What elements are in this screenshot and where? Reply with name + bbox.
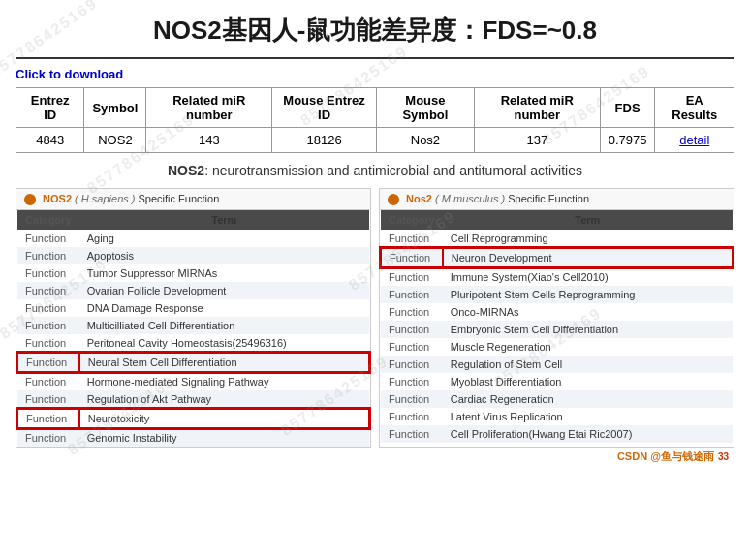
panel-left-species: ( H.sapiens ) (75, 193, 138, 204)
row-category: Function (381, 356, 443, 373)
row-category: Function (381, 321, 443, 338)
row-term: Peritoneal Cavity Homeostasis(25496316) (79, 334, 369, 353)
row-term: Hormone-mediated Signaling Pathway (79, 372, 369, 390)
list-item: Function Latent Virus Replication (381, 408, 733, 425)
list-item: Function DNA Damage Response (17, 299, 369, 317)
footer-source: CSDN @鱼与钱途雨 (617, 450, 714, 464)
row-category: Function (17, 299, 79, 317)
row-term: Aging (79, 230, 369, 247)
panel-left-col-term: Term (79, 210, 369, 230)
footer: CSDN @鱼与钱途雨 33 (16, 448, 734, 466)
row-category: Function (381, 267, 443, 286)
row-category: Function (17, 334, 79, 353)
cell-mir-number: 143 (146, 128, 272, 153)
row-term: Cardiac Regeneration (443, 390, 733, 408)
list-item: Function Apoptosis (17, 247, 369, 264)
row-term: Latent Virus Replication (443, 408, 733, 425)
row-term: Embryonic Stem Cell Differentiation (443, 321, 733, 338)
panel-left-subtitle: Specific Function (139, 193, 220, 204)
list-item: Function Embryonic Stem Cell Differentia… (381, 321, 733, 338)
list-item: Function Multicilliated Cell Differentia… (17, 317, 369, 334)
row-term: Ovarian Follicle Development (79, 282, 369, 299)
row-category: Function (17, 428, 79, 447)
panel-right-header: Nos2 ( M.musculus ) Specific Function (380, 189, 734, 210)
col-header-fds: FDS (600, 88, 655, 128)
list-item: Function Cell Proliferation(Hwang Etai R… (381, 425, 733, 443)
panels-container: NOS2 ( H.sapiens ) Specific Function Cat… (16, 188, 734, 448)
row-term: Multicilliated Cell Differentiation (79, 317, 369, 334)
panel-right-species: ( M.musculus ) (435, 193, 508, 204)
row-term: Regulation of Akt Pathway (79, 390, 369, 409)
row-category: Function (381, 425, 443, 443)
row-term: Muscle Regeneration (443, 338, 733, 356)
row-term: DNA Damage Response (79, 299, 369, 317)
table-row: 4843 NOS2 143 18126 Nos2 137 0.7975 deta… (16, 128, 734, 153)
row-term: Cell Proliferation(Hwang Etai Ric2007) (443, 425, 733, 443)
row-term: Apoptosis (79, 247, 369, 264)
list-item: Function Onco-MIRNAs (381, 303, 733, 321)
page-title: NOS2基因人-鼠功能差异度：FDS=~0.8 (16, 8, 734, 59)
panel-left-table: Category Term Function Aging Function Ap… (16, 210, 370, 447)
cell-mouse-mir-number: 137 (474, 128, 600, 153)
row-term: Regulation of Stem Cell (443, 356, 733, 373)
row-category: Function (17, 282, 79, 299)
panel-left-icon (24, 194, 36, 205)
row-term: Neural Stem Cell Differentiation (79, 353, 369, 372)
panel-right-subtitle: Specific Function (508, 193, 589, 204)
row-term: Tumor Suppressor MIRNAs (79, 264, 369, 282)
row-category: Function (381, 230, 443, 248)
list-item: Function Cardiac Regeneration (381, 390, 733, 408)
col-header-entrez: Entrez ID (16, 88, 84, 128)
row-term: Myoblast Differentiation (443, 373, 733, 390)
row-term: Genomic Instability (79, 428, 369, 447)
gene-name: NOS2 (168, 163, 204, 178)
panel-right: Nos2 ( M.musculus ) Specific Function Ca… (379, 188, 734, 448)
row-category: Function (381, 338, 443, 356)
list-item: Function Tumor Suppressor MIRNAs (17, 264, 369, 282)
row-category: Function (17, 372, 79, 390)
panel-left-gene: NOS2 (43, 193, 72, 204)
list-item: Function Immune System(Xiao's Cell2010) (381, 267, 733, 286)
row-category: Function (381, 248, 443, 267)
row-term: Neurotoxicity (79, 409, 369, 428)
panel-right-icon (388, 194, 399, 205)
row-category: Function (17, 390, 79, 409)
cell-entrez-id: 4843 (16, 128, 84, 153)
row-category: Function (17, 230, 79, 247)
col-header-mir: Related miR number (146, 88, 272, 128)
panel-left-header: NOS2 ( H.sapiens ) Specific Function (16, 189, 370, 210)
list-item: Function Regulation of Stem Cell (381, 356, 733, 373)
row-term: Neuron Development (443, 248, 733, 267)
row-term: Onco-MIRNAs (443, 303, 733, 321)
panel-right-col-term: Term (443, 210, 733, 230)
list-item: Function Pluripotent Stem Cells Reprogra… (381, 286, 733, 303)
list-item: Function Hormone-mediated Signaling Path… (17, 372, 369, 390)
panel-right-gene: Nos2 (406, 193, 432, 204)
row-category: Function (17, 247, 79, 264)
list-item: Function Muscle Regeneration (381, 338, 733, 356)
cell-fds: 0.7975 (600, 128, 655, 153)
list-item: Function Ovarian Follicle Development (17, 282, 369, 299)
row-category: Function (381, 373, 443, 390)
row-category: Function (17, 409, 79, 428)
col-header-mouse-symbol: Mouse Symbol (376, 88, 474, 128)
row-category: Function (17, 264, 79, 282)
data-table: Entrez ID Symbol Related miR number Mous… (16, 87, 734, 153)
list-item: Function Aging (17, 230, 369, 247)
gene-description: NOS2: neurotransmission and antimicrobia… (16, 163, 734, 178)
panel-left-col-cat: Category (17, 210, 79, 230)
panel-right-table: Category Term Function Cell Reprogrammin… (380, 210, 734, 443)
row-category: Function (381, 303, 443, 321)
row-term: Immune System(Xiao's Cell2010) (443, 267, 733, 286)
download-link[interactable]: Click to download (16, 67, 123, 81)
panel-left: NOS2 ( H.sapiens ) Specific Function Cat… (16, 188, 371, 448)
row-category: Function (381, 408, 443, 425)
col-header-symbol: Symbol (84, 88, 146, 128)
row-term: Cell Reprogramming (443, 230, 733, 248)
cell-ea-results[interactable]: detail (655, 128, 734, 153)
cell-symbol: NOS2 (84, 128, 146, 153)
col-header-mouse-mir: Related miR number (474, 88, 600, 128)
detail-link[interactable]: detail (679, 133, 709, 147)
panel-right-col-cat: Category (381, 210, 443, 230)
list-item: Function Peritoneal Cavity Homeostasis(2… (17, 334, 369, 353)
